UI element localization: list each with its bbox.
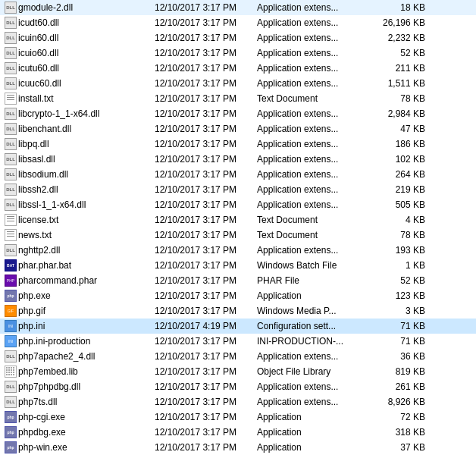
file-icon-cell: DLL — [3, 381, 18, 393]
file-date: 12/10/2017 3:17 PM — [155, 427, 257, 438]
file-size: 186 KB — [371, 139, 431, 149]
file-icon-cell: DLL — [3, 32, 18, 44]
file-date: 12/10/2017 3:17 PM — [155, 124, 257, 134]
file-size: 505 KB — [371, 199, 431, 210]
table-row[interactable]: DLLlibcrypto-1_1-x64.dll12/10/2017 3:17 … — [0, 106, 476, 121]
file-type: Application extens... — [257, 199, 371, 210]
table-row[interactable]: news.txt12/10/2017 3:17 PMText Document7… — [0, 228, 476, 243]
file-date: 12/10/2017 3:17 PM — [155, 184, 257, 195]
file-size: 102 KB — [371, 154, 431, 165]
file-name: php-cgi.exe — [18, 412, 155, 422]
file-date: 12/10/2017 3:17 PM — [155, 108, 257, 119]
table-row[interactable]: DLLicudt60.dll12/10/2017 3:17 PMApplicat… — [0, 15, 476, 30]
txt-icon — [5, 93, 17, 105]
file-type: Object File Library — [257, 366, 371, 377]
file-date: 12/10/2017 4:19 PM — [155, 321, 257, 331]
table-row[interactable]: INIphp.ini12/10/2017 4:19 PMConfiguratio… — [0, 318, 476, 334]
file-name: php7phpdbg.dll — [18, 381, 155, 392]
file-icon-cell — [3, 229, 18, 241]
table-row[interactable]: PHPpharcommand.phar12/10/2017 3:17 PMPHA… — [0, 273, 476, 288]
file-date: 12/10/2017 3:17 PM — [155, 397, 257, 407]
file-date: 12/10/2017 3:17 PM — [155, 169, 257, 180]
file-date: 12/10/2017 3:17 PM — [155, 442, 257, 453]
txt-icon — [5, 229, 17, 241]
dll-icon: DLL — [5, 77, 17, 89]
file-name: phar.phar.bat — [18, 260, 155, 271]
table-row[interactable]: DLLlibssh2.dll12/10/2017 3:17 PMApplicat… — [0, 182, 476, 197]
file-type: Application — [257, 427, 371, 438]
file-date: 12/10/2017 3:17 PM — [155, 306, 257, 316]
table-row[interactable]: DLLphp7ts.dll12/10/2017 3:17 PMApplicati… — [0, 394, 476, 410]
table-row[interactable]: DLLgmodule-2.dll12/10/2017 3:17 PMApplic… — [0, 0, 476, 15]
table-row[interactable]: install.txt12/10/2017 3:17 PMText Docume… — [0, 91, 476, 106]
file-date: 12/10/2017 3:17 PM — [155, 139, 257, 149]
table-row[interactable]: DLLlibssl-1_1-x64.dll12/10/2017 3:17 PMA… — [0, 197, 476, 212]
table-row[interactable]: license.txt12/10/2017 3:17 PMText Docume… — [0, 212, 476, 228]
file-type: Application extens... — [257, 2, 371, 13]
table-row[interactable]: DLLnghttp2.dll12/10/2017 3:17 PMApplicat… — [0, 243, 476, 258]
table-row[interactable]: DLLicuio60.dll12/10/2017 3:17 PMApplicat… — [0, 46, 476, 61]
php-exe-icon: php — [5, 426, 17, 438]
file-type: Application extens... — [257, 397, 371, 407]
file-size: 52 KB — [371, 275, 431, 286]
file-size: 2,984 KB — [371, 108, 431, 119]
file-type: Application extens... — [257, 154, 371, 165]
file-size: 318 KB — [371, 427, 431, 438]
file-type: INI-PRODUCTION-... — [257, 336, 371, 347]
file-icon-cell: php — [3, 411, 18, 423]
table-row[interactable]: phpphp-cgi.exe12/10/2017 3:17 PMApplicat… — [0, 410, 476, 425]
file-size: 193 KB — [371, 245, 431, 256]
file-type: Application extens... — [257, 245, 371, 256]
dll-icon: DLL — [5, 138, 17, 150]
file-name: php7ts.dll — [18, 397, 155, 407]
lib-icon — [5, 366, 17, 378]
table-row[interactable]: BATphar.phar.bat12/10/2017 3:17 PMWindow… — [0, 258, 476, 273]
file-size: 211 KB — [371, 63, 431, 74]
file-name: php7embed.lib — [18, 366, 155, 377]
dll-icon: DLL — [5, 381, 17, 393]
file-type: Application extens... — [257, 108, 371, 119]
file-name: libssl-1_1-x64.dll — [18, 199, 155, 210]
table-row[interactable]: DLLlibsodium.dll12/10/2017 3:17 PMApplic… — [0, 167, 476, 182]
table-row[interactable]: DLLphp7apache2_4.dll12/10/2017 3:17 PMAp… — [0, 349, 476, 364]
file-type: Application extens... — [257, 17, 371, 28]
table-row[interactable]: GIFphp.gif12/10/2017 3:17 PMWindows Medi… — [0, 303, 476, 318]
table-row[interactable]: DLLlibenchant.dll12/10/2017 3:17 PMAppli… — [0, 121, 476, 136]
table-row[interactable]: DLLicuuc60.dll12/10/2017 3:17 PMApplicat… — [0, 76, 476, 91]
table-row[interactable]: php7embed.lib12/10/2017 3:17 PMObject Fi… — [0, 364, 476, 379]
file-date: 12/10/2017 3:17 PM — [155, 290, 257, 301]
file-size: 72 KB — [371, 412, 431, 422]
table-row[interactable]: DLLicutu60.dll12/10/2017 3:17 PMApplicat… — [0, 61, 476, 76]
table-row[interactable]: DLLphp7phpdbg.dll12/10/2017 3:17 PMAppli… — [0, 379, 476, 394]
dll-icon: DLL — [5, 32, 17, 44]
file-icon-cell: DLL — [3, 77, 18, 89]
file-type: Application extens... — [257, 124, 371, 134]
table-row[interactable]: DLLicuin60.dll12/10/2017 3:17 PMApplicat… — [0, 30, 476, 46]
file-size: 219 KB — [371, 184, 431, 195]
file-size: 37 KB — [371, 442, 431, 453]
gif-icon: GIF — [5, 305, 17, 317]
file-name: news.txt — [18, 230, 155, 240]
file-size: 1,511 KB — [371, 78, 431, 89]
file-type: Windows Media P... — [257, 306, 371, 316]
file-name: nghttp2.dll — [18, 245, 155, 256]
file-icon-cell: DLL — [3, 108, 18, 120]
table-row[interactable]: phpphp-win.exe12/10/2017 3:17 PMApplicat… — [0, 440, 476, 455]
file-icon-cell: DLL — [3, 396, 18, 408]
file-size: 78 KB — [371, 230, 431, 240]
file-name: php.ini-production — [18, 336, 155, 347]
file-icon-cell: DLL — [3, 47, 18, 59]
file-type: Application — [257, 290, 371, 301]
bat-icon: BAT — [5, 259, 17, 271]
file-date: 12/10/2017 3:17 PM — [155, 2, 257, 13]
table-row[interactable]: DLLlibsasl.dll12/10/2017 3:17 PMApplicat… — [0, 152, 476, 167]
file-date: 12/10/2017 3:17 PM — [155, 381, 257, 392]
file-size: 78 KB — [371, 93, 431, 104]
table-row[interactable]: INIphp.ini-production12/10/2017 3:17 PMI… — [0, 334, 476, 349]
table-row[interactable]: phpphp.exe12/10/2017 3:17 PMApplication1… — [0, 288, 476, 303]
dll-icon: DLL — [5, 123, 17, 135]
table-row[interactable]: phpphpdbg.exe12/10/2017 3:17 PMApplicati… — [0, 425, 476, 440]
dll-icon: DLL — [5, 153, 17, 165]
table-row[interactable]: DLLlibpq.dll12/10/2017 3:17 PMApplicatio… — [0, 136, 476, 152]
file-icon-cell: DLL — [3, 350, 18, 362]
